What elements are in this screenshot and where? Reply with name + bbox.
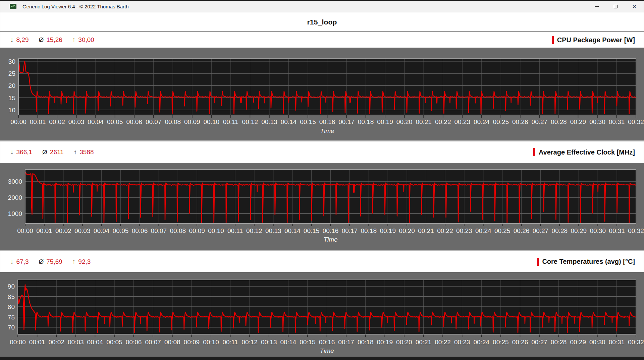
y-axis-label: 25 bbox=[8, 70, 15, 77]
y-axis-label: 20 bbox=[8, 82, 15, 89]
chart-panel-core-temperatures[interactable]: 00:0000:0100:0200:0300:0400:0500:0600:07… bbox=[0, 272, 644, 357]
x-axis-label: 00:30 bbox=[589, 339, 605, 346]
y-axis-label: 2000 bbox=[8, 194, 22, 201]
x-axis-label: 00:06 bbox=[132, 227, 148, 234]
x-axis-label: 00:02 bbox=[55, 227, 71, 234]
chart-core-temperatures[interactable]: 00:0000:0100:0200:0300:0400:0500:0600:07… bbox=[0, 272, 644, 357]
x-axis-label: 00:19 bbox=[377, 118, 393, 125]
x-axis-label: 00:00 bbox=[10, 339, 26, 346]
x-axis-label: 00:07 bbox=[145, 339, 161, 346]
series-title: CPU Package Power [W] bbox=[552, 36, 635, 44]
series-title-text: Average Effective Clock [MHz] bbox=[539, 148, 635, 156]
x-axis-label: 00:08 bbox=[165, 118, 181, 125]
maximize-button[interactable] bbox=[606, 1, 625, 12]
max-value: 3588 bbox=[79, 148, 94, 156]
minimize-button[interactable] bbox=[587, 1, 606, 12]
x-axis-label: 00:04 bbox=[87, 339, 103, 346]
avg-value: 75,69 bbox=[46, 258, 62, 265]
x-axis-label: 00:20 bbox=[399, 227, 415, 234]
stats-min-avg-max: ↓ 67,3 Ø 75,69 ↑ 92,3 bbox=[10, 258, 101, 265]
x-axis-label: 00:31 bbox=[609, 227, 625, 234]
time-axis-title: Time bbox=[323, 236, 337, 243]
average-icon: Ø bbox=[42, 148, 47, 156]
x-axis-label: 00:13 bbox=[261, 118, 277, 125]
y-axis-label: 75 bbox=[8, 314, 15, 321]
close-button[interactable]: ✕ bbox=[625, 1, 644, 12]
x-axis-label: 00:00 bbox=[17, 227, 33, 234]
window-controls: ✕ bbox=[587, 1, 644, 12]
x-axis-label: 00:04 bbox=[88, 118, 104, 125]
chart-panel-average-effective-clock[interactable]: 00:0000:0100:0200:0300:0400:0500:0600:07… bbox=[0, 163, 644, 250]
x-axis-label: 00:22 bbox=[435, 339, 451, 346]
x-axis-label: 00:19 bbox=[380, 227, 396, 234]
x-axis-label: 00:18 bbox=[358, 118, 374, 125]
x-axis-label: 00:03 bbox=[68, 118, 85, 125]
x-axis-label: 00:13 bbox=[265, 227, 281, 234]
x-axis-label: 00:05 bbox=[107, 118, 123, 125]
series-title: Core Temperatures (avg) [°C] bbox=[537, 258, 635, 266]
x-axis-label: 00:27 bbox=[533, 227, 549, 234]
y-axis-label: 10 bbox=[8, 107, 15, 114]
series-color-swatch bbox=[533, 148, 535, 156]
x-axis-label: 00:03 bbox=[74, 227, 91, 234]
x-axis-label: 00:05 bbox=[106, 339, 122, 346]
chart-section-average-effective-clock: ↓ 366,1 Ø 2611 ↑ 3588 Average Effective … bbox=[0, 141, 644, 250]
x-axis-label: 00:23 bbox=[456, 227, 472, 234]
x-axis-label: 00:15 bbox=[304, 227, 320, 234]
x-axis-label: 00:02 bbox=[49, 118, 65, 125]
min-arrow-icon: ↓ bbox=[10, 258, 14, 265]
y-axis-label: 80 bbox=[8, 303, 15, 310]
max-arrow-icon: ↑ bbox=[72, 36, 76, 44]
average-icon: Ø bbox=[39, 258, 44, 265]
x-axis-label: 00:10 bbox=[203, 339, 219, 346]
x-axis-label: 00:13 bbox=[261, 339, 277, 346]
y-axis-label: 85 bbox=[8, 293, 15, 300]
min-value: 8,29 bbox=[16, 36, 29, 44]
min-arrow-icon: ↓ bbox=[10, 148, 14, 156]
x-axis-label: 00:08 bbox=[170, 227, 186, 234]
x-axis-label: 00:31 bbox=[609, 118, 625, 125]
x-axis-label: 00:09 bbox=[184, 339, 200, 346]
x-axis-label: 00:29 bbox=[570, 118, 586, 125]
y-axis-label: 30 bbox=[8, 58, 15, 65]
stats-bar: ↓ 67,3 Ø 75,69 ↑ 92,3 Core Temperatures … bbox=[0, 251, 644, 272]
x-axis-label: 00:30 bbox=[589, 118, 605, 125]
stat-min: ↓ 366,1 bbox=[10, 148, 32, 156]
stat-avg: Ø 15,26 bbox=[39, 36, 62, 44]
y-axis-label: 1000 bbox=[8, 210, 22, 217]
x-axis-label: 00:27 bbox=[531, 339, 547, 346]
chart-average-effective-clock[interactable]: 00:0000:0100:0200:0300:0400:0500:0600:07… bbox=[0, 163, 644, 250]
x-axis-label: 00:20 bbox=[396, 339, 412, 346]
max-value: 30,00 bbox=[78, 36, 94, 44]
x-axis-label: 00:15 bbox=[300, 339, 316, 346]
x-axis-label: 00:16 bbox=[323, 227, 339, 234]
stat-max: ↑ 30,00 bbox=[72, 36, 94, 44]
x-axis-label: 00:26 bbox=[512, 118, 528, 125]
chart-cpu-package-power[interactable]: 00:0000:0100:0200:0300:0400:0500:0600:07… bbox=[0, 48, 644, 140]
x-axis-label: 00:11 bbox=[223, 118, 238, 125]
x-axis-label: 00:19 bbox=[377, 339, 393, 346]
stats-min-avg-max: ↓ 8,29 Ø 15,26 ↑ 30,00 bbox=[10, 36, 104, 44]
chart-panel-cpu-package-power[interactable]: 00:0000:0100:0200:0300:0400:0500:0600:07… bbox=[0, 48, 644, 140]
x-axis-label: 00:08 bbox=[164, 339, 180, 346]
y-axis-label: 3000 bbox=[8, 178, 22, 185]
window-title: Generic Log Viewer 6.4 - © 2022 Thomas B… bbox=[22, 4, 129, 9]
series-title-text: CPU Package Power [W] bbox=[557, 36, 635, 44]
x-axis-label: 00:22 bbox=[435, 118, 451, 125]
x-axis-label: 00:21 bbox=[418, 227, 434, 234]
x-axis-label: 00:21 bbox=[416, 339, 432, 346]
x-axis-label: 00:16 bbox=[319, 339, 335, 346]
chart-section-core-temperatures: ↓ 67,3 Ø 75,69 ↑ 92,3 Core Temperatures … bbox=[0, 251, 644, 357]
y-axis-label: 15 bbox=[8, 95, 15, 102]
x-axis-label: 00:12 bbox=[246, 227, 262, 234]
x-axis-label: 00:30 bbox=[590, 227, 606, 234]
page-header: r15_loop bbox=[0, 12, 644, 32]
stat-avg: Ø 75,69 bbox=[39, 258, 62, 265]
page-title: r15_loop bbox=[307, 18, 337, 26]
x-axis-label: 00:16 bbox=[319, 118, 335, 125]
x-axis-label: 00:14 bbox=[280, 339, 297, 346]
minimize-icon bbox=[595, 6, 599, 7]
x-axis-label: 00:12 bbox=[242, 118, 258, 125]
x-axis-label: 00:25 bbox=[493, 118, 509, 125]
title-bar[interactable]: Generic Log Viewer 6.4 - © 2022 Thomas B… bbox=[0, 0, 644, 12]
